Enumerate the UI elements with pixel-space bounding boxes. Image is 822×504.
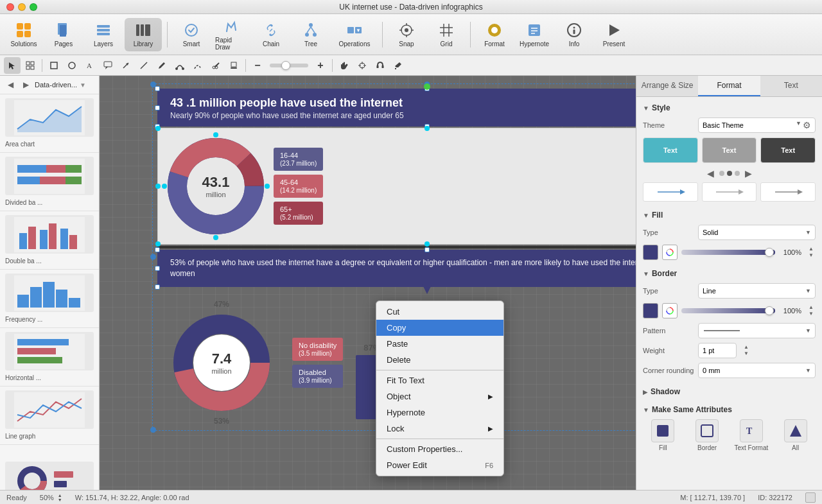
toolbar-pages[interactable]: Pages	[45, 18, 82, 51]
fill-opacity-down[interactable]: ▼	[807, 252, 816, 259]
theme-btn-2[interactable]: Text	[702, 137, 757, 163]
toolbar-grid[interactable]: Grid	[428, 18, 465, 51]
info-header-block[interactable]: 43 .1 million people have used the inter…	[157, 89, 636, 126]
sidebar-item-line-graph[interactable]: Line graph	[0, 387, 99, 445]
toolbar-library[interactable]: Library	[125, 18, 162, 51]
callout-tool[interactable]	[100, 57, 116, 74]
sidebar-expand-icon[interactable]: ▼	[80, 82, 86, 89]
tab-text[interactable]: Text	[760, 76, 822, 96]
context-hypernote[interactable]: Hypernote	[376, 404, 503, 421]
close-button[interactable]	[6, 3, 14, 11]
tab-format[interactable]: Format	[698, 76, 760, 96]
attr-fill[interactable]: Fill	[643, 419, 683, 451]
border-weight-down[interactable]: ▼	[742, 351, 751, 357]
arrow-sample-1[interactable]	[643, 182, 698, 202]
arrow-sample-3[interactable]	[760, 182, 816, 202]
pen-tool[interactable]	[153, 57, 170, 74]
toolbar-operations[interactable]: ▼ Operations	[332, 18, 377, 51]
magnet-tool[interactable]	[372, 57, 389, 74]
theme-select[interactable]: Basic Theme ▼ ⚙	[698, 117, 816, 133]
maximize-button[interactable]	[30, 3, 37, 11]
bottom-banner[interactable]: 53% of people who have used the internet…	[157, 250, 636, 287]
fill-opacity-slider[interactable]	[681, 250, 775, 255]
theme-btn-3[interactable]: Text	[760, 137, 816, 163]
border-opacity-slider[interactable]	[681, 308, 775, 313]
zoom-in-btn[interactable]: +	[312, 57, 329, 74]
fill-type-select[interactable]: Solid ▼	[698, 225, 816, 240]
hand-tool[interactable]	[336, 57, 353, 74]
theme-nav-next[interactable]: ▶	[745, 168, 752, 178]
border-weight-input[interactable]: 1 pt	[698, 343, 737, 358]
toolbar-tree[interactable]: Tree	[292, 18, 329, 51]
theme-btn-1[interactable]: Text	[643, 137, 698, 163]
zoom-slider[interactable]	[270, 64, 308, 67]
circle-tool[interactable]	[64, 57, 80, 74]
canvas-area[interactable]: 43 .1 million people have used the inter…	[100, 76, 636, 490]
context-lock[interactable]: Lock ▶	[376, 421, 503, 437]
zoom-down[interactable]: ▼	[58, 498, 62, 502]
sidebar-next-btn[interactable]: ▶	[19, 78, 32, 91]
context-object[interactable]: Object ▶	[376, 388, 503, 404]
context-paste[interactable]: Paste	[376, 336, 503, 352]
attr-border[interactable]: Border	[687, 419, 728, 451]
border-opacity-up[interactable]: ▲	[807, 304, 816, 311]
border-color-btn[interactable]	[662, 303, 678, 318]
toolbar-chain[interactable]: Chain	[252, 18, 290, 51]
shadow-section-header[interactable]: ▶ Shadow	[643, 387, 816, 396]
status-zoom-control[interactable]: 50% ▲ ▼	[40, 493, 62, 502]
sidebar-item-area-chart[interactable]: Area chart	[0, 94, 99, 153]
toolbar-smart[interactable]: Smart	[173, 18, 210, 51]
cursor-tool[interactable]	[4, 57, 21, 74]
chart-body[interactable]: 43.1 million 16-44(23.7 million) 45-64(1…	[157, 128, 636, 245]
line-tool[interactable]	[136, 57, 152, 74]
border-weight-up[interactable]: ▲	[742, 344, 751, 351]
path-edit-tool[interactable]	[171, 57, 188, 74]
path-join-tool[interactable]	[189, 57, 206, 74]
sidebar-item-divided-bar[interactable]: Divided ba ...	[0, 153, 99, 211]
arrow-tool[interactable]	[118, 57, 134, 74]
zoom-stepper[interactable]: ▲ ▼	[58, 493, 62, 502]
zoom-out-btn[interactable]: −	[249, 57, 266, 74]
toolbar-info[interactable]: Info	[555, 18, 593, 51]
fill-section-header[interactable]: ▼ Fill	[643, 211, 816, 220]
fill-color-btn[interactable]	[662, 245, 678, 260]
style-section-header[interactable]: ▼ Style	[643, 103, 816, 112]
border-opacity-down[interactable]: ▼	[807, 311, 816, 317]
eyedropper-tool[interactable]	[390, 57, 407, 74]
theme-nav-prev[interactable]: ◀	[707, 168, 714, 178]
toolbar-format[interactable]: Format	[476, 18, 513, 51]
tab-arrange-size[interactable]: Arrange & Size	[636, 76, 698, 96]
context-power-edit[interactable]: Power Edit F6	[376, 457, 503, 473]
sidebar-item-donut[interactable]: Donut chart	[0, 458, 99, 490]
context-delete[interactable]: Delete	[376, 352, 503, 368]
zoom-up[interactable]: ▲	[58, 493, 62, 498]
crosshair-tool[interactable]	[354, 57, 371, 74]
sidebar-item-horizontal[interactable]: Horizontal ...	[0, 328, 99, 387]
toolbar-present[interactable]: Present	[595, 18, 633, 51]
make-same-header[interactable]: ▼ Make Same Attributes	[643, 405, 816, 414]
toolbar-snap[interactable]: Snap	[388, 18, 425, 51]
arrow-sample-2[interactable]	[702, 182, 757, 202]
context-fit-to-text[interactable]: Fit To Text	[376, 372, 503, 388]
border-color-swatch[interactable]	[643, 303, 658, 318]
border-type-select[interactable]: Line ▼	[698, 283, 816, 299]
sidebar-item-frequency[interactable]: Frequency ...	[0, 270, 99, 328]
context-copy[interactable]: Copy	[376, 320, 503, 336]
corner-select[interactable]: 0 mm ▼	[698, 363, 816, 378]
expand-view-btn[interactable]	[805, 492, 816, 503]
toolbar-layers[interactable]: Layers	[85, 18, 122, 51]
fill-opacity-up[interactable]: ▲	[807, 246, 816, 252]
grid-view-tool[interactable]	[22, 57, 39, 74]
toolbar-rapid-draw[interactable]: Rapid Draw	[213, 18, 250, 51]
border-section-header[interactable]: ▼ Border	[643, 269, 816, 278]
border-pattern-select[interactable]: ▼	[698, 323, 816, 338]
text-tool[interactable]: A	[82, 57, 98, 74]
context-cut[interactable]: Cut	[376, 304, 503, 320]
stamp-tool[interactable]	[225, 57, 242, 74]
attr-all[interactable]: All	[775, 419, 816, 451]
toolbar-solutions[interactable]: Solutions	[5, 18, 42, 51]
minimize-button[interactable]	[18, 3, 26, 11]
fill-color-swatch[interactable]	[643, 245, 658, 260]
rect-tool[interactable]	[46, 57, 62, 74]
scissors-tool[interactable]	[207, 57, 224, 74]
